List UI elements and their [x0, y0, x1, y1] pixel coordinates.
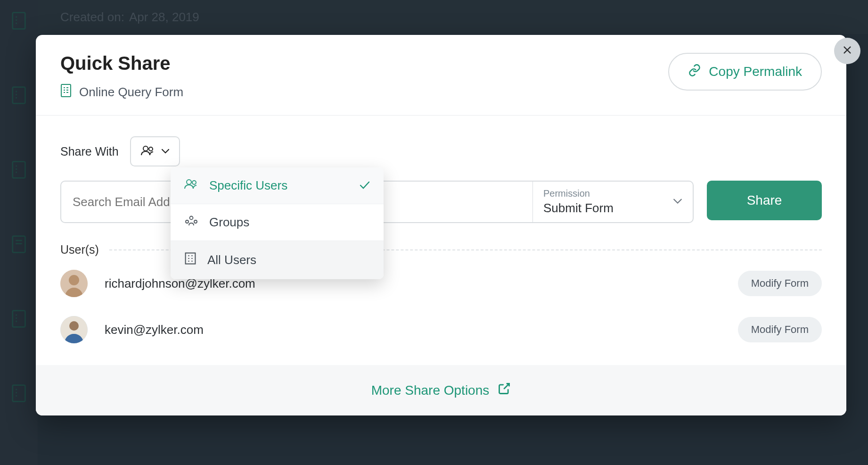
svg-point-49	[69, 321, 79, 331]
modal-header: Quick Share Online Query Form Copy Perma…	[36, 35, 846, 116]
svg-rect-25	[61, 84, 71, 97]
users-icon	[184, 178, 199, 193]
svg-point-36	[190, 216, 193, 220]
copy-permalink-button[interactable]: Copy Permalink	[668, 53, 822, 91]
close-icon	[842, 45, 852, 57]
svg-point-37	[186, 220, 188, 223]
users-icon	[140, 144, 156, 158]
external-link-icon	[498, 382, 511, 399]
svg-point-33	[149, 147, 153, 151]
more-share-options-label: More Share Options	[371, 383, 490, 398]
svg-point-32	[143, 146, 148, 151]
modal-title: Quick Share	[60, 53, 183, 74]
modal-footer: More Share Options	[36, 365, 846, 415]
popover-item-all-users[interactable]: All Users	[171, 241, 384, 279]
popover-item-label: All Users	[207, 253, 256, 267]
modal-body: Share With Specific Users	[36, 116, 846, 357]
svg-point-47	[69, 275, 79, 285]
close-button[interactable]	[834, 38, 860, 64]
share-with-row: Share With	[60, 136, 822, 166]
popover-item-specific-users[interactable]: Specific Users	[171, 167, 384, 204]
popover-item-label: Specific Users	[209, 178, 287, 193]
avatar	[60, 316, 88, 343]
modal-subtitle: Online Query Form	[60, 83, 183, 101]
copy-permalink-label: Copy Permalink	[709, 64, 802, 79]
permission-label: Permission	[543, 188, 682, 199]
link-icon	[688, 64, 701, 80]
permission-select[interactable]: Permission Submit Form	[532, 182, 693, 222]
check-icon	[359, 178, 370, 193]
svg-point-34	[187, 180, 191, 184]
permission-value: Submit Form	[543, 201, 682, 216]
svg-point-38	[194, 220, 197, 223]
form-document-icon	[60, 83, 72, 101]
share-button-label: Share	[747, 193, 782, 208]
share-with-label: Share With	[60, 145, 119, 158]
chevron-down-icon	[673, 198, 682, 206]
users-heading-label: User(s)	[60, 243, 99, 257]
chevron-down-icon	[161, 147, 170, 156]
svg-point-35	[192, 181, 196, 184]
share-with-popover: Specific Users Groups All Users	[171, 167, 384, 279]
quick-share-modal: Quick Share Online Query Form Copy Perma…	[36, 35, 846, 415]
popover-item-groups[interactable]: Groups	[171, 204, 384, 241]
popover-item-label: Groups	[209, 215, 249, 230]
user-permission-badge[interactable]: Modify Form	[738, 317, 822, 342]
form-name: Online Query Form	[79, 85, 183, 100]
user-row: kevin@zylker.com Modify Form	[60, 307, 822, 353]
org-icon	[184, 251, 197, 269]
more-share-options-link[interactable]: More Share Options	[371, 382, 511, 399]
svg-rect-39	[186, 253, 196, 264]
group-icon	[184, 215, 199, 230]
share-button[interactable]: Share	[707, 181, 822, 220]
user-permission-badge[interactable]: Modify Form	[738, 271, 822, 296]
share-with-dropdown-button[interactable]	[130, 136, 180, 166]
user-email: kevin@zylker.com	[105, 323, 204, 337]
avatar	[60, 270, 88, 297]
